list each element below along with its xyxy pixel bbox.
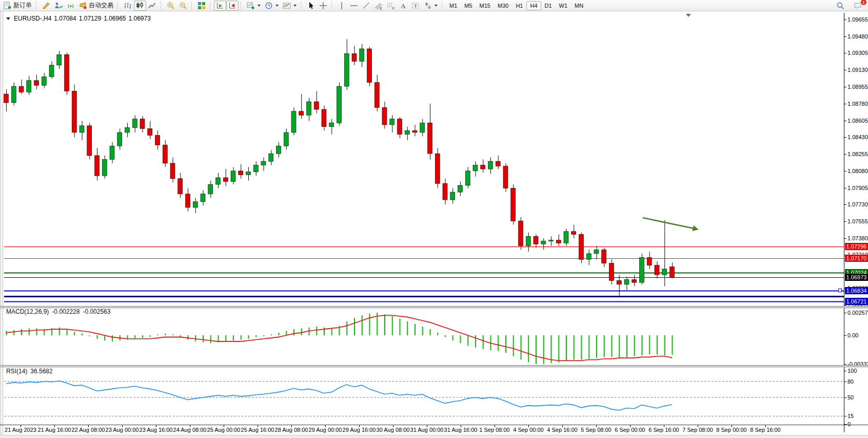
current-price-tag: 1.06973 — [845, 274, 868, 281]
notifications-button[interactable]: 1 — [852, 1, 864, 11]
candle — [458, 182, 463, 196]
channel-button[interactable]: E — [372, 1, 385, 11]
time-tick-label: 6 Sep 00:00 — [615, 427, 645, 433]
price-tick-label: 1.09130 — [847, 67, 868, 73]
time-tick — [21, 425, 21, 427]
chevron-down-icon[interactable] — [275, 5, 279, 7]
chart-shift-icon — [228, 2, 236, 10]
crosshair-icon — [319, 2, 327, 10]
text-button[interactable]: A — [397, 1, 409, 11]
zoom-out-button[interactable] — [177, 1, 189, 11]
macd-histogram — [7, 313, 673, 364]
candle — [602, 248, 606, 267]
candle — [110, 142, 114, 163]
chevron-down-icon[interactable] — [293, 5, 297, 7]
time-tick-label: 23 Aug 16:00 — [140, 427, 173, 433]
svg-text:T: T — [414, 3, 417, 8]
arrows-button[interactable] — [422, 1, 440, 11]
line-handle[interactable] — [838, 289, 842, 292]
chart-menu-icon[interactable] — [6, 17, 10, 20]
candlestick-chart-button[interactable] — [134, 1, 146, 11]
time-tick-label: 4 Sep 00:00 — [513, 427, 543, 433]
tile-windows-button[interactable] — [195, 1, 208, 11]
price-tick — [844, 20, 846, 20]
timeframe-d1[interactable]: D1 — [541, 1, 556, 10]
chevron-down-icon[interactable] — [435, 5, 438, 7]
timeframe-w1[interactable]: W1 — [556, 1, 571, 10]
cursor-button[interactable] — [305, 1, 317, 11]
chart-shift-marker[interactable] — [686, 14, 691, 17]
rsi-tick-label: 50 — [847, 394, 854, 401]
time-tick — [54, 425, 55, 427]
toolbar-separator — [210, 2, 212, 9]
toolbar-group — [195, 0, 208, 11]
candle — [11, 83, 16, 106]
autotrading-button[interactable]: 自动交易 — [77, 1, 115, 11]
price-chart-canvas[interactable] — [0, 13, 844, 306]
bar-chart-icon — [124, 2, 132, 10]
chevron-down-icon[interactable] — [258, 5, 261, 7]
fibonacci-button[interactable]: F — [385, 1, 397, 11]
price-tick — [844, 221, 846, 222]
pane-separator[interactable] — [0, 306, 868, 308]
vertical-line-button[interactable] — [336, 1, 348, 11]
timeframe-m1[interactable]: M1 — [446, 1, 461, 10]
arrow-annotation[interactable] — [643, 218, 699, 231]
timeframe-h1[interactable]: H1 — [512, 1, 526, 10]
zoom-in-button[interactable] — [165, 1, 177, 11]
new-order-button[interactable]: 新订单 — [2, 1, 34, 11]
bar-chart-button[interactable] — [122, 1, 134, 11]
candle — [617, 275, 621, 297]
candle — [503, 163, 508, 192]
crosshair-button[interactable] — [317, 1, 329, 11]
price-tick — [844, 137, 846, 138]
chart-shift-button[interactable] — [226, 1, 239, 11]
timeframe-m15[interactable]: M15 — [476, 1, 494, 10]
label-button[interactable]: T — [409, 1, 422, 11]
rsi-tick-label: 100 — [847, 368, 857, 374]
candles — [4, 39, 675, 297]
template-icon — [283, 2, 291, 10]
autotrading-button-label: 自动交易 — [89, 1, 113, 10]
timeframe-h4[interactable]: H4 — [526, 1, 541, 10]
periods-button[interactable] — [263, 1, 281, 11]
market-button[interactable] — [52, 1, 65, 11]
price-axis-line[interactable] — [844, 13, 844, 432]
time-tick — [190, 425, 190, 427]
timeframe-m30[interactable]: M30 — [494, 1, 512, 10]
time-tick-label: 31 Aug 00:00 — [410, 427, 444, 433]
search-button[interactable] — [834, 1, 846, 11]
horizontal-line-button[interactable] — [348, 1, 360, 11]
time-axis-line[interactable] — [0, 425, 868, 425]
rsi-pane-canvas[interactable] — [0, 367, 844, 425]
candle — [398, 117, 402, 138]
candle — [277, 142, 281, 158]
templates-button[interactable] — [281, 1, 299, 11]
signals-button[interactable] — [65, 1, 77, 11]
timeframe-m5[interactable]: M5 — [461, 1, 476, 10]
trendline-button[interactable] — [360, 1, 372, 11]
market-icon — [54, 2, 63, 10]
metaeditor-button[interactable] — [40, 1, 52, 11]
open-value: 1.07084 — [54, 15, 76, 22]
time-tick — [528, 425, 529, 427]
candle — [155, 130, 160, 150]
auto-scroll-button[interactable] — [214, 1, 226, 11]
time-tick-label: 23 Aug 00:00 — [106, 427, 139, 433]
timeframe-mn[interactable]: MN — [571, 1, 587, 10]
svg-text:F: F — [392, 6, 394, 10]
price-tick-label: 1.09305 — [847, 50, 868, 56]
line-chart-button[interactable] — [146, 1, 159, 11]
new-chart-button[interactable] — [245, 1, 263, 11]
rsi-line — [6, 381, 672, 410]
price-tick-label: 1.08780 — [847, 101, 868, 107]
time-tick-label: 8 Sep 00:00 — [716, 427, 746, 433]
price-tick — [844, 53, 846, 53]
candle — [4, 89, 9, 111]
candle — [481, 159, 485, 173]
candle — [655, 261, 659, 279]
macd-pane-canvas[interactable] — [0, 308, 844, 365]
candle — [193, 198, 198, 213]
pane-separator[interactable] — [0, 365, 868, 367]
time-tick — [596, 425, 597, 427]
